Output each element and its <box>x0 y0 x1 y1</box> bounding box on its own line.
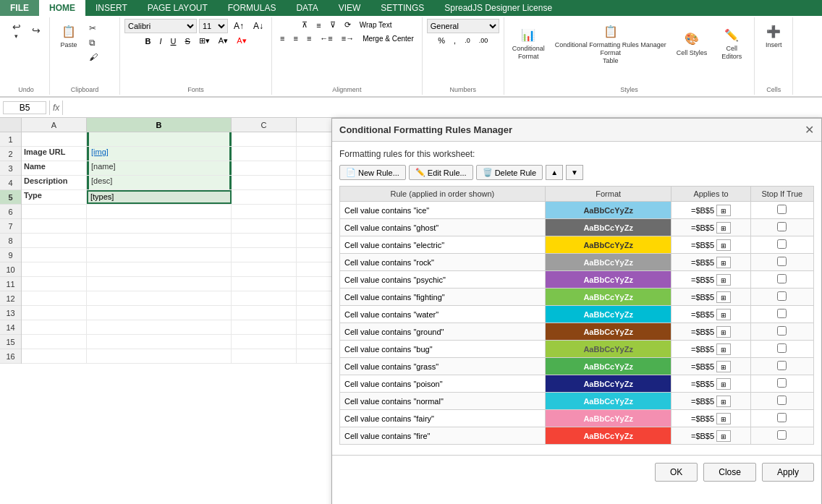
font-color-button[interactable]: A▾ <box>233 35 250 47</box>
stop-if-true-checkbox[interactable] <box>777 239 787 249</box>
stop-if-true-checkbox[interactable] <box>777 326 787 336</box>
row-hdr-14[interactable]: 14 <box>0 320 21 335</box>
row-hdr-6[interactable]: 6 <box>0 205 21 219</box>
cell-a13[interactable] <box>22 306 87 320</box>
edit-applies-button[interactable]: ⊞ <box>716 291 731 303</box>
cell-c9[interactable] <box>232 248 297 262</box>
comma-button[interactable]: , <box>450 35 459 46</box>
underline-button[interactable]: U <box>167 35 180 47</box>
col-header-b[interactable]: B <box>87 118 232 132</box>
cell-b8[interactable] <box>87 234 232 247</box>
col-header-c[interactable]: C <box>232 118 297 132</box>
wrap-text-button[interactable]: Wrap Text <box>356 19 396 31</box>
insert-button[interactable]: ➕ Insert <box>759 19 788 51</box>
stop-if-true-checkbox[interactable] <box>777 291 787 301</box>
row-hdr-12[interactable]: 12 <box>0 291 21 306</box>
cell-a1[interactable] <box>22 132 87 146</box>
cell-a14[interactable] <box>22 320 87 334</box>
cell-a9[interactable] <box>22 248 87 262</box>
cell-c12[interactable] <box>232 291 297 305</box>
number-format-select[interactable]: General <box>427 19 499 33</box>
cell-c3[interactable] <box>232 161 297 175</box>
merge-center-button[interactable]: Merge & Center <box>359 33 418 44</box>
strikethrough-button[interactable]: S <box>181 35 193 47</box>
cell-a4[interactable]: Description <box>22 176 87 189</box>
edit-rule-button[interactable]: ✏️ Edit Rule... <box>409 165 473 180</box>
table-row[interactable]: Cell value contains "grass"AaBbCcYyZz=$B… <box>340 358 814 375</box>
fill-color-button[interactable]: A▾ <box>215 35 232 47</box>
stop-if-true-checkbox[interactable] <box>777 361 787 370</box>
row-hdr-7[interactable]: 7 <box>0 219 21 234</box>
table-row[interactable]: Cell value contains "rock"AaBbCcYyZz=$B$… <box>340 254 814 271</box>
row-hdr-5[interactable]: 5 <box>0 190 21 205</box>
table-row[interactable]: Cell value contains "electric"AaBbCcYyZz… <box>340 236 814 254</box>
stop-if-true-checkbox[interactable] <box>777 257 787 266</box>
tab-insert[interactable]: INSERT <box>85 0 137 16</box>
cell-c11[interactable] <box>232 277 297 291</box>
ok-button[interactable]: OK <box>655 463 698 482</box>
cell-b7[interactable] <box>87 219 232 233</box>
cell-b15[interactable] <box>87 335 232 349</box>
table-row[interactable]: Cell value contains "fairy"AaBbCcYyZz=$B… <box>340 410 814 427</box>
row-hdr-11[interactable]: 11 <box>0 277 21 291</box>
cell-a11[interactable] <box>22 277 87 291</box>
table-row[interactable]: Cell value contains "fighting"AaBbCcYyZz… <box>340 289 814 306</box>
increase-decimal-button[interactable]: .0 <box>461 35 474 46</box>
cell-a6[interactable] <box>22 205 87 218</box>
copy-button[interactable]: ⧉ <box>86 36 115 49</box>
table-row[interactable]: Cell value contains "ground"AaBbCcYyZz=$… <box>340 323 814 341</box>
stop-if-true-checkbox[interactable] <box>777 430 787 440</box>
edit-applies-button[interactable]: ⊞ <box>716 326 731 338</box>
stop-if-true-checkbox[interactable] <box>777 396 787 405</box>
cell-editors-button[interactable]: ✏️ CellEditors <box>713 22 750 63</box>
bold-button[interactable]: B <box>142 35 155 47</box>
edit-applies-button[interactable]: ⊞ <box>716 343 731 355</box>
conditional-format-button[interactable]: 📊 ConditionalFormat <box>509 22 548 63</box>
cell-a2[interactable]: Image URL <box>22 147 87 161</box>
new-rule-button[interactable]: 📄 New Rule... <box>339 165 406 180</box>
format-painter-button[interactable]: 🖌 <box>86 51 115 64</box>
edit-applies-button[interactable]: ⊞ <box>716 378 731 390</box>
delete-rule-button[interactable]: 🗑️ Delete Rule <box>476 165 543 180</box>
table-row[interactable]: Cell value contains "ice"AaBbCcYyZz=$B$5… <box>340 202 814 219</box>
move-down-button[interactable]: ▼ <box>566 165 583 180</box>
cell-b1[interactable] <box>87 132 232 146</box>
stop-if-true-checkbox[interactable] <box>777 413 787 422</box>
cell-b6[interactable] <box>87 205 232 218</box>
table-row[interactable]: Cell value contains "poison"AaBbCcYyZz=$… <box>340 375 814 393</box>
table-row[interactable]: Cell value contains "normal"AaBbCcYyZz=$… <box>340 393 814 410</box>
row-hdr-10[interactable]: 10 <box>0 262 21 277</box>
decrease-font-button[interactable]: A↓ <box>250 20 267 33</box>
cell-a7[interactable] <box>22 219 87 233</box>
row-hdr-9[interactable]: 9 <box>0 248 21 262</box>
cell-c10[interactable] <box>232 262 297 276</box>
edit-applies-button[interactable]: ⊞ <box>716 361 731 372</box>
cell-c8[interactable] <box>232 234 297 247</box>
cell-a15[interactable] <box>22 335 87 349</box>
align-middle-button[interactable]: ≡ <box>313 19 324 31</box>
cell-c6[interactable] <box>232 205 297 218</box>
dialog-close-button[interactable]: ✕ <box>805 123 814 137</box>
cell-b16[interactable] <box>87 349 232 363</box>
cell-b11[interactable] <box>87 277 232 291</box>
indent-decrease-button[interactable]: ←≡ <box>316 33 336 44</box>
tab-settings[interactable]: SETTINGS <box>370 0 434 16</box>
cell-c2[interactable] <box>232 147 297 161</box>
format-table-button[interactable]: 📋 Conditional Formatting Rules Manager F… <box>551 19 670 67</box>
edit-applies-button[interactable]: ⊞ <box>716 309 731 320</box>
cell-a5[interactable]: Type <box>22 190 87 204</box>
row-hdr-8[interactable]: 8 <box>0 234 21 248</box>
fx-button[interactable]: fx <box>53 103 59 113</box>
cell-a10[interactable] <box>22 262 87 276</box>
tab-spreadjs-license[interactable]: SpreadJS Designer License <box>434 0 562 16</box>
table-row[interactable]: Cell value contains "psychic"AaBbCcYyZz=… <box>340 271 814 289</box>
edit-applies-button[interactable]: ⊞ <box>716 413 731 424</box>
paste-button[interactable]: 📋 Paste <box>54 19 83 51</box>
percent-button[interactable]: % <box>434 35 449 46</box>
cell-b3[interactable]: [name] <box>87 161 232 175</box>
cell-b9[interactable] <box>87 248 232 262</box>
font-size-select[interactable]: 11 <box>199 19 228 33</box>
tab-home[interactable]: HOME <box>39 0 85 16</box>
cell-a8[interactable] <box>22 234 87 247</box>
tab-formulas[interactable]: FORMULAS <box>218 0 287 16</box>
